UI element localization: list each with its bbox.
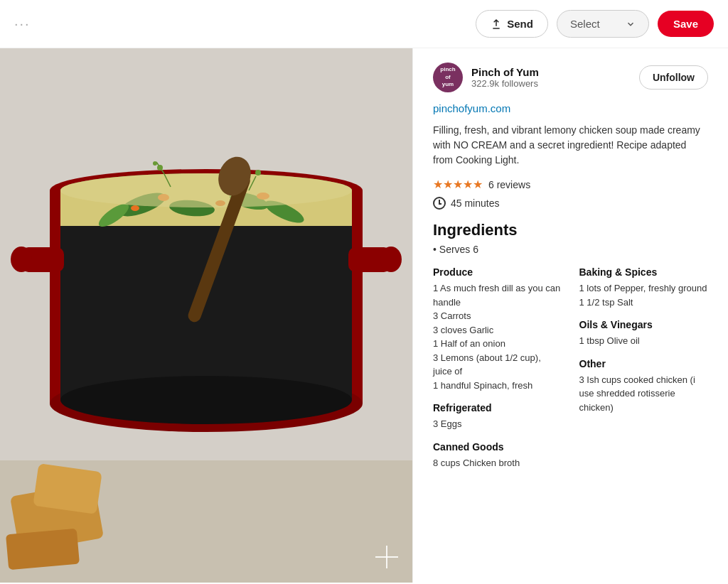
svg-rect-27	[6, 529, 80, 571]
ingredients-left-column: Produce 1 As much fresh dill as you can …	[433, 266, 562, 480]
svg-point-34	[255, 170, 261, 175]
review-count[interactable]: 6 reviews	[488, 179, 530, 190]
recipe-image-svg	[0, 48, 412, 583]
save-button[interactable]: Save	[658, 11, 714, 37]
svg-point-18	[131, 205, 139, 211]
send-icon	[491, 18, 502, 30]
ingredient-chicken: 3 Ish cups cooked chicken (i use shredde…	[579, 373, 709, 415]
ingredient-olive-oil: 1 tbsp Olive oil	[579, 334, 709, 348]
svg-point-21	[11, 247, 32, 272]
ingredient-section-other: Other 3 Ish cups cooked chicken (i use s…	[579, 358, 709, 415]
ingredient-spinach: 1 handful Spinach, fresh	[433, 379, 562, 393]
ingredient-section-spices: Baking & Spices 1 lots of Pepper, freshl…	[579, 266, 709, 309]
top-bar: ··· Send Select Save	[0, 0, 728, 48]
author-followers: 322.9k followers	[471, 78, 631, 89]
main-content: pinchofyum Pinch of Yum 322.9k followers…	[0, 48, 728, 583]
section-title-other: Other	[579, 358, 709, 369]
rating-row: ★★★★★ 6 reviews	[433, 178, 708, 191]
author-row: pinchofyum Pinch of Yum 322.9k followers…	[433, 63, 708, 92]
image-pane	[0, 48, 412, 583]
ingredient-salt: 1 1/2 tsp Salt	[579, 296, 709, 310]
svg-point-32	[153, 161, 157, 166]
ingredient-garlic: 3 cloves Garlic	[433, 323, 562, 337]
chevron-down-icon	[626, 19, 636, 29]
section-title-canned: Canned Goods	[433, 441, 562, 453]
section-title-oils: Oils & Vinegars	[579, 319, 709, 330]
ingredient-pepper: 1 lots of Pepper, freshly ground	[579, 281, 709, 296]
website-link[interactable]: pinchofyum.com	[433, 102, 708, 114]
author-name[interactable]: Pinch of Yum	[471, 66, 631, 78]
svg-point-19	[60, 173, 352, 207]
ingredient-lemons: 3 Lemons (about 1/2 cup), juice of	[433, 351, 562, 379]
cook-time: 45 minutes	[451, 198, 499, 209]
send-label: Send	[507, 18, 533, 30]
send-button[interactable]: Send	[476, 10, 548, 38]
ingredient-section-refrigerated: Refrigerated 3 Eggs	[433, 402, 562, 431]
svg-point-23	[380, 247, 402, 272]
section-title-refrigerated: Refrigerated	[433, 402, 562, 413]
ingredient-onion: 1 Half of an onion	[433, 337, 562, 351]
ingredient-section-canned: Canned Goods 8 cups Chicken broth	[433, 441, 562, 470]
section-title-spices: Baking & Spices	[579, 266, 709, 278]
author-info: Pinch of Yum 322.9k followers	[471, 66, 631, 89]
more-options-icon[interactable]: ···	[14, 16, 31, 32]
recipe-description: Filling, fresh, and vibrant lemony chick…	[433, 123, 708, 168]
select-label: Select	[570, 18, 600, 30]
ingredients-grid: Produce 1 As much fresh dill as you can …	[433, 266, 708, 480]
avatar[interactable]: pinchofyum	[433, 63, 463, 92]
recipe-image	[0, 48, 412, 583]
unfollow-button[interactable]: Unfollow	[639, 65, 708, 90]
select-dropdown[interactable]: Select	[557, 10, 649, 38]
star-rating[interactable]: ★★★★★	[433, 178, 483, 191]
ingredient-section-produce: Produce 1 As much fresh dill as you can …	[433, 266, 562, 392]
clock-icon	[433, 197, 446, 210]
ingredient-eggs: 3 Eggs	[433, 417, 562, 431]
ingredients-right-column: Baking & Spices 1 lots of Pepper, freshl…	[579, 266, 709, 480]
ingredient-dill: 1 As much fresh dill as you can handle	[433, 281, 562, 309]
time-row: 45 minutes	[433, 197, 708, 210]
svg-point-31	[157, 165, 163, 171]
ingredient-section-oils: Oils & Vinegars 1 tbsp Olive oil	[579, 319, 709, 348]
svg-point-7	[60, 376, 352, 424]
svg-rect-28	[33, 463, 102, 514]
fullscreen-icon[interactable]	[375, 546, 398, 568]
info-pane: pinchofyum Pinch of Yum 322.9k followers…	[412, 48, 728, 583]
ingredients-title: Ingredients	[433, 221, 708, 239]
ingredient-carrots: 3 Carrots	[433, 309, 562, 323]
serves: • Serves 6	[433, 244, 708, 255]
ingredient-broth: 8 cups Chicken broth	[433, 456, 562, 470]
section-title-produce: Produce	[433, 266, 562, 278]
